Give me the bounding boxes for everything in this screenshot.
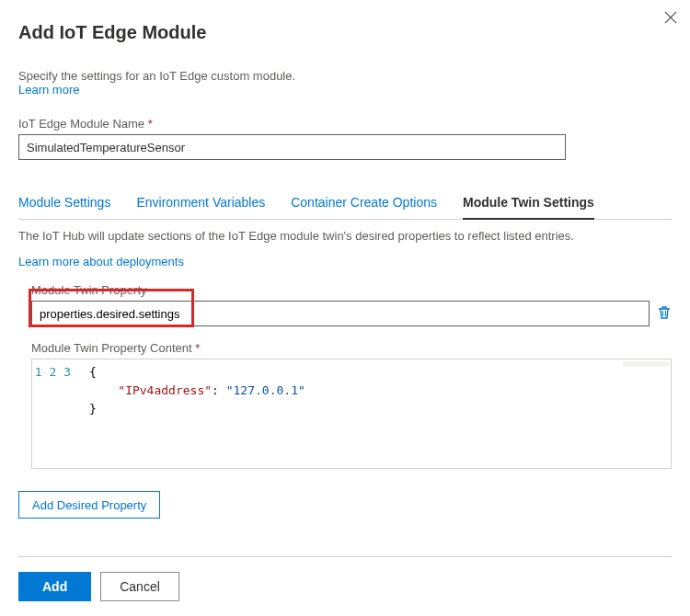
delete-property-button[interactable] xyxy=(657,305,672,323)
footer: Add Cancel xyxy=(18,556,672,616)
tab-container-create-options[interactable]: Container Create Options xyxy=(291,188,437,219)
module-name-label: IoT Edge Module Name xyxy=(18,117,672,131)
twin-property-label: Module Twin Property xyxy=(31,283,672,297)
code-content: { "IPv4address": "127.0.0.1" } xyxy=(76,359,671,468)
page-title: Add IoT Edge Module xyxy=(18,22,672,43)
code-gutter: 1 2 3 xyxy=(32,359,76,468)
cancel-button[interactable]: Cancel xyxy=(100,572,179,601)
trash-icon xyxy=(657,305,672,320)
twin-description: The IoT Hub will update sections of the … xyxy=(18,229,672,243)
add-desired-property-button[interactable]: Add Desired Property xyxy=(18,491,160,519)
learn-deployments-link[interactable]: Learn more about deployments xyxy=(18,255,672,268)
tab-module-settings[interactable]: Module Settings xyxy=(18,188,110,219)
learn-more-link[interactable]: Learn more xyxy=(18,83,672,97)
tab-bar: Module Settings Environment Variables Co… xyxy=(18,188,672,220)
twin-content-editor[interactable]: 1 2 3 { "IPv4address": "127.0.0.1" } xyxy=(31,359,672,469)
tab-environment-variables[interactable]: Environment Variables xyxy=(136,188,265,219)
module-name-input[interactable] xyxy=(18,134,566,160)
add-button[interactable]: Add xyxy=(18,572,91,601)
code-minimap xyxy=(623,361,669,367)
close-icon xyxy=(664,11,677,24)
twin-property-input[interactable] xyxy=(31,301,650,326)
twin-content-label: Module Twin Property Content xyxy=(31,341,672,355)
close-button[interactable] xyxy=(664,11,677,27)
tab-module-twin-settings[interactable]: Module Twin Settings xyxy=(463,188,594,219)
page-subtitle: Specify the settings for an IoT Edge cus… xyxy=(18,69,672,83)
